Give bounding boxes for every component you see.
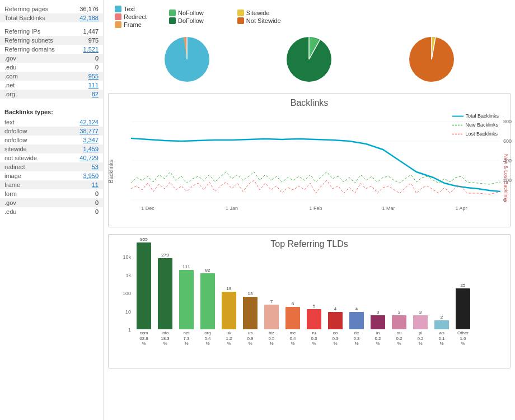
tld-bar-group-uk: 19uk1.2% [219, 287, 239, 347]
redirect-legend-label: Redirect [124, 13, 147, 20]
tld-bar [434, 320, 449, 329]
tld-bar-count: 3 [419, 310, 422, 315]
sidebar: Referring pages 36,176 Total Backlinks 4… [0, 0, 104, 420]
tld-bar-group-info: 279info18.3% [155, 253, 175, 347]
svg-text:800: 800 [503, 119, 512, 124]
net-value[interactable]: 111 [88, 82, 99, 88]
com-label: .com [4, 73, 18, 80]
types-value-frame[interactable]: 11 [92, 181, 99, 188]
referring-domains-row: Referring domains 1,521 [0, 45, 103, 54]
not-sitewide-legend-label: Not Sitewide [246, 17, 281, 24]
types-value-nofollow[interactable]: 3,347 [83, 137, 99, 143]
types-row-frame: frame11 [0, 180, 103, 189]
svg-text:600: 600 [503, 138, 512, 144]
org-value[interactable]: 82 [92, 91, 99, 97]
top-area: Text Redirect Frame NoFollow [104, 0, 515, 90]
tld-bar [179, 270, 194, 329]
types-row-not sitewide: not sitewide40,729 [0, 153, 103, 162]
legend-row: Text Redirect Frame NoFollow [115, 3, 509, 30]
tld-bar-label: ws0.1% [438, 330, 444, 347]
total-backlinks-value[interactable]: 42,188 [79, 15, 99, 21]
edu-value: 0 [95, 64, 99, 71]
svg-text:0: 0 [503, 197, 506, 203]
total-backlinks-row: Total Backlinks 42,188 [0, 13, 103, 22]
legend-text: Text [115, 6, 147, 12]
backlinks-types-title: Backlinks types: [0, 103, 103, 118]
tld-bar-count: 82 [205, 268, 210, 273]
tld-bar-group-ru: 5ru0.3% [304, 304, 324, 347]
legend-sitewide: Sitewide [237, 10, 281, 16]
tld-bar [264, 305, 279, 329]
tld-bar-group-me: 6me0.4% [283, 302, 303, 347]
gov-label: .gov [4, 55, 16, 62]
types-value-.gov: 0 [95, 199, 99, 206]
com-value[interactable]: 955 [88, 73, 99, 80]
tld-bar-label: org5.4% [204, 330, 211, 347]
types-value-form: 0 [95, 190, 99, 197]
gov-row: .gov 0 [0, 54, 103, 63]
backlinks-chart-title: Backlinks [109, 94, 510, 110]
tld-y-labels: 10k 1k 100 10 1 [110, 251, 131, 347]
edu-row: .edu 0 [0, 63, 103, 72]
types-value-image[interactable]: 3,950 [83, 172, 99, 179]
referring-subnets-row: Referring subnets 975 [0, 36, 103, 45]
not-sitewide-legend-dot [237, 17, 244, 24]
legend-not-sitewide: Not Sitewide [237, 17, 281, 24]
pie-nofollow-dofollow [281, 31, 337, 87]
types-row-dofollow: dofollow38,777 [0, 127, 103, 136]
svg-text:1 Apr: 1 Apr [455, 206, 467, 211]
nofollow-legend-label: NoFollow [178, 10, 204, 16]
tld-bar-label: uk1.2% [226, 330, 232, 347]
text-legend-label: Text [124, 6, 135, 12]
referring-pages-label: Referring pages [4, 6, 48, 12]
tld-bar-group-Other: 25Other1.6% [453, 283, 473, 347]
tld-bar-label: net7.3% [183, 330, 189, 347]
types-value-not sitewide[interactable]: 40,729 [79, 155, 99, 161]
tld-bar-count: 4 [334, 307, 336, 311]
dofollow-legend-label: DoFollow [178, 17, 204, 24]
types-value-sitewide[interactable]: 1,459 [83, 146, 99, 152]
types-row-text: text42,124 [0, 118, 103, 127]
nofollow-legend-dot [169, 10, 176, 16]
org-label: .org [4, 91, 15, 97]
tld-chart-panel: Top Referring TLDs 10k 1k 100 10 1 955co… [108, 234, 511, 368]
tld-bar-count: 25 [461, 283, 466, 288]
tld-bar [307, 309, 321, 329]
net-label: .net [4, 82, 15, 88]
types-value-redirect[interactable]: 53 [92, 164, 99, 170]
tld-bar-count: 19 [227, 287, 232, 291]
tld-bar-label: com62.8% [139, 330, 148, 347]
svg-text:400: 400 [503, 158, 512, 164]
types-label-sitewide: sitewide [4, 146, 27, 152]
referring-ips-row: Referring IPs 1,447 [0, 27, 103, 36]
types-row-redirect: redirect53 [0, 162, 103, 171]
tld-bar [137, 242, 151, 329]
tld-bar-count: 279 [161, 253, 168, 258]
tld-bar-count: 3 [377, 310, 379, 315]
tld-bars: 955com62.8%279info18.3%111net7.3%82org5.… [134, 251, 504, 347]
tld-bar [158, 258, 172, 329]
tld-bar-group-org: 82org5.4% [198, 268, 218, 347]
tld-bar-label: us0.9% [247, 330, 253, 347]
tld-bar [349, 312, 364, 329]
gov-value: 0 [95, 55, 99, 62]
svg-text:1 Mar: 1 Mar [382, 206, 395, 211]
legend-dofollow: DoFollow [169, 17, 204, 24]
tld-bar-count: 5 [313, 304, 315, 309]
referring-pages-value: 36,176 [79, 6, 99, 12]
tld-bar-label: info18.3% [161, 330, 170, 347]
backlinks-chart-panel: Backlinks Backlinks New & Lost Backlinks… [108, 93, 511, 227]
tld-bar [285, 307, 300, 329]
tld-bar-group-net: 111net7.3% [176, 265, 196, 347]
types-label-text: text [4, 119, 15, 125]
referring-subnets-value: 975 [88, 37, 99, 44]
types-row-image: image3,950 [0, 171, 103, 180]
types-row-.edu: .edu0 [0, 207, 103, 216]
tld-bar-label: au0.2% [396, 330, 402, 347]
types-row-form: form0 [0, 189, 103, 198]
referring-domains-value[interactable]: 1,521 [83, 46, 99, 53]
types-value-dofollow[interactable]: 38,777 [79, 128, 99, 134]
types-label-nofollow: nofollow [4, 137, 27, 143]
pie-charts-row [109, 31, 509, 87]
types-value-text[interactable]: 42,124 [79, 119, 99, 125]
